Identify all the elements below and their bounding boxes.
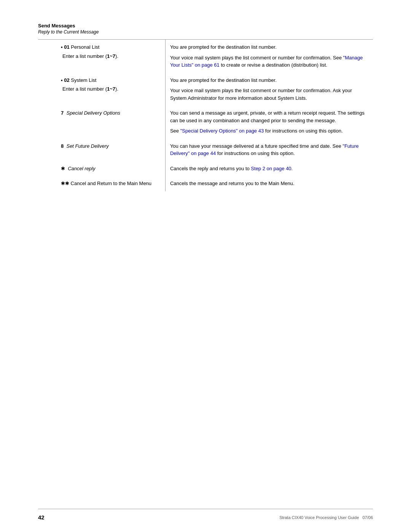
section-subtitle: Reply to the Current Message [38,29,373,35]
section-title: Send Messages [38,23,373,29]
table-row: • 02 System List Enter a list number (1~… [38,73,373,106]
key-cell: 8 Set Future Delivery [38,139,165,161]
val-line1: You can have your message delivered at a… [170,142,368,157]
val-cell: Cancels the reply and returns you to Ste… [165,161,373,176]
val-cell: You are prompted for the destination lis… [165,73,373,106]
key-cell: ✱✱ Cancel and Return to the Main Menu [38,176,165,191]
val-cell: You are prompted for the destination lis… [165,40,373,73]
val-line1: Cancels the reply and returns you to Ste… [170,165,368,173]
table-row: ✱✱ Cancel and Return to the Main Menu Ca… [38,176,373,191]
val-cell: Cancels the message and returns you to t… [165,176,373,191]
bottom-rule [38,509,373,509]
bullet-label: • 01 Personal List [61,44,99,50]
key-cell: ✱ Cancel reply [38,161,165,176]
table-row: 7 Special Delivery Options You can send … [38,105,373,139]
key-cell: • 02 System List Enter a list number (1~… [38,73,165,106]
val-cell: You can have your message delivered at a… [165,139,373,161]
footer-title: Strata CIX40 Voice Processing User Guide… [279,515,373,520]
val-line1: You are prompted for the destination lis… [170,77,368,84]
page-number: 42 [38,514,45,521]
content-table: • 01 Personal List Enter a list number (… [38,39,373,191]
manage-lists-link[interactable]: "Manage Your Lists" on page 61 [170,55,363,68]
step2-link[interactable]: Step 2 on page 40 [251,166,291,171]
table-row: 8 Set Future Delivery You can have your … [38,139,373,161]
val-cell: You can send a message as urgent, privat… [165,105,373,139]
special-delivery-link[interactable]: "Special Delivery Options" on page 43 [180,128,264,134]
page-container: Send Messages Reply to the Current Messa… [0,0,411,532]
val-line1: You are prompted for the destination lis… [170,43,368,51]
val-line2: Your voice mail system plays the list co… [170,54,368,69]
future-delivery-link[interactable]: "Future Delivery" on page 44 [170,143,359,157]
key-subtext: Enter a list number (1~7). [62,85,161,93]
section-header: Send Messages Reply to the Current Messa… [38,23,373,35]
table-row: ✱ Cancel reply Cancels the reply and ret… [38,161,373,176]
table-row: • 01 Personal List Enter a list number (… [38,40,373,73]
key-subtext: Enter a list number (1~7). [62,53,161,60]
val-line1: Cancels the message and returns you to t… [170,180,368,187]
val-line2: See "Special Delivery Options" on page 4… [170,127,368,135]
val-line2: Your voice mail system plays the list co… [170,87,368,102]
bullet-label: • 02 System List [61,77,96,83]
key-cell: 7 Special Delivery Options [38,105,165,139]
footer: 42 Strata CIX40 Voice Processing User Gu… [38,514,373,521]
val-line1: You can send a message as urgent, privat… [170,109,368,124]
key-cell: • 01 Personal List Enter a list number (… [38,40,165,73]
